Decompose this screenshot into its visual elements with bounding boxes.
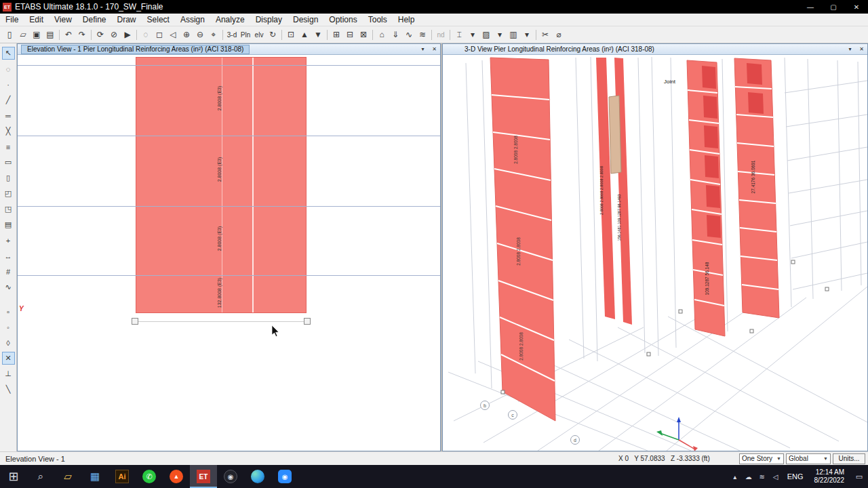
previous-zoom-icon[interactable]: ◁ — [166, 28, 180, 41]
toolbar-icon[interactable] — [372, 30, 373, 40]
quick-draw-frame-icon[interactable]: ═ — [2, 109, 15, 122]
area-section-dropdown-icon[interactable]: ▾ — [493, 28, 507, 41]
snap-to-midpoints-icon[interactable]: ◊ — [2, 336, 15, 349]
section-cut-icon[interactable]: ✂ — [538, 28, 552, 41]
onedrive-icon[interactable]: ☁ — [742, 465, 755, 488]
snap-to-perpendicular-icon[interactable]: ⊥ — [2, 367, 15, 380]
menu-help[interactable]: Help — [393, 14, 420, 26]
menu-tools[interactable]: Tools — [363, 14, 393, 26]
rotate-3d-view-icon[interactable]: ↻ — [266, 28, 279, 41]
draw-dimension-icon[interactable]: ↔ — [2, 249, 15, 262]
coordinate-system-selector[interactable]: Global ▼ — [786, 453, 831, 464]
toolbar-icon[interactable] — [222, 30, 223, 40]
draw-rect-floor-icon[interactable]: ▤ — [2, 218, 15, 231]
select-poly-icon[interactable]: ◌ — [2, 62, 15, 75]
menu-analyze[interactable]: Analyze — [210, 14, 250, 26]
draw-tool-icon[interactable] — [2, 296, 15, 302]
support-joint-marker[interactable] — [304, 318, 311, 325]
undo-icon[interactable]: ↶ — [62, 28, 75, 41]
pan-icon[interactable]: ⌖ — [207, 28, 220, 41]
new-model-icon[interactable]: ▯ — [3, 28, 16, 41]
snap-to-intersections-icon[interactable]: ✕ — [2, 352, 15, 365]
open-file-icon[interactable]: ▱ — [16, 28, 30, 41]
photos-button[interactable]: ▦ — [81, 465, 108, 488]
menu-assign[interactable]: Assign — [175, 14, 210, 26]
elevation-view-canvas[interactable]: 2.8008 (E3) 2.8008 (E3) 2.8008 (E3) 132.… — [18, 55, 440, 451]
toolbar-icon[interactable] — [91, 30, 92, 40]
toolbar-icon[interactable] — [450, 30, 450, 40]
menu-design[interactable]: Design — [288, 14, 323, 26]
down-one-story-icon[interactable]: ▼ — [311, 28, 325, 41]
close-icon[interactable]: ✕ — [856, 45, 867, 54]
draw-grid-icon[interactable]: # — [2, 265, 15, 278]
refresh-window-icon[interactable]: ⟳ — [94, 28, 107, 41]
units-button[interactable]: Units... — [833, 453, 865, 464]
menu-draw[interactable]: Draw — [112, 14, 142, 26]
support-joint-marker[interactable] — [132, 318, 138, 325]
restore-full-view-icon[interactable]: ◻ — [153, 28, 166, 41]
volume-icon[interactable]: ◁ — [769, 465, 783, 488]
object-shrink-icon[interactable]: ⊡ — [284, 28, 298, 41]
up-one-story-icon[interactable]: ▲ — [298, 28, 311, 41]
toolbar-icon[interactable] — [327, 30, 328, 40]
three-d-view-canvas[interactable]: 2.8008 2.8008 2.8008 2.8008 2.8008 2.800… — [443, 55, 867, 451]
draw-frame-icon[interactable]: ╱ — [2, 94, 15, 106]
tray-expand-icon[interactable]: ▴ — [728, 465, 742, 488]
language-indicator[interactable]: ENG — [783, 472, 808, 481]
edge-button[interactable] — [244, 465, 271, 488]
quick-draw-braces-icon[interactable]: ╳ — [2, 125, 15, 138]
menu-define[interactable]: Define — [77, 14, 112, 26]
menu-view[interactable]: View — [49, 14, 77, 26]
measure-icon[interactable]: ⌀ — [552, 28, 566, 41]
menu-options[interactable]: Options — [323, 14, 362, 26]
snap-to-joints-icon[interactable]: ◦ — [2, 321, 15, 333]
frame-section-dropdown-icon[interactable]: ▾ — [466, 28, 479, 41]
file-explorer-button[interactable]: ▱ — [54, 465, 81, 488]
etabs-button[interactable]: ET — [190, 465, 217, 488]
start-button[interactable]: ⊞ — [0, 465, 27, 488]
snap-to-lines-icon[interactable]: ╲ — [2, 383, 15, 396]
menu-select[interactable]: Select — [142, 14, 175, 26]
toolbar-icon[interactable] — [536, 30, 536, 40]
zoom-out-icon[interactable]: ⊖ — [193, 28, 207, 41]
draw-reference-point-icon[interactable]: + — [2, 234, 15, 247]
quick-draw-floor-icon[interactable]: ◰ — [2, 187, 15, 200]
close-button[interactable]: ✕ — [845, 0, 868, 14]
draw-floor-icon[interactable]: ▭ — [2, 156, 15, 169]
camera-button[interactable]: ◉ — [271, 465, 298, 488]
toolbar-icon[interactable] — [59, 30, 60, 40]
redo-icon[interactable]: ↷ — [75, 28, 89, 41]
story-selector[interactable]: One Story ▼ — [739, 453, 784, 464]
wall-section-dropdown-icon[interactable]: ▾ — [520, 28, 534, 41]
grid-visibility-icon[interactable]: ⊟ — [343, 28, 357, 41]
show-undeformed-icon[interactable]: ⌂ — [375, 28, 389, 41]
whatsapp-button[interactable]: ✆ — [136, 465, 163, 488]
print-icon[interactable]: ▤ — [43, 28, 57, 41]
area-section-icon[interactable]: ▨ — [479, 28, 493, 41]
chevron-down-icon[interactable]: ▾ — [844, 45, 856, 54]
menu-edit[interactable]: Edit — [24, 14, 49, 26]
rubber-band-zoom-icon[interactable]: ◌ — [139, 28, 153, 41]
select-arrow-icon[interactable]: ↖ — [2, 47, 15, 60]
node-label-toggle[interactable]: nd — [434, 28, 448, 41]
view-elevation-button[interactable]: elv — [252, 28, 266, 41]
search-button[interactable]: ⌕ — [27, 465, 54, 488]
quick-draw-secondary-beams-icon[interactable]: ≡ — [2, 140, 15, 153]
toolbar-icon[interactable] — [136, 30, 137, 40]
toolbar-icon[interactable] — [431, 30, 432, 40]
save-model-icon[interactable]: ▣ — [30, 28, 43, 41]
menu-display[interactable]: Display — [250, 14, 288, 26]
action-center-icon[interactable]: ▭ — [850, 465, 868, 488]
show-loads-icon[interactable]: ⇓ — [389, 28, 402, 41]
view-plan-button[interactable]: Pln — [239, 28, 252, 41]
network-icon[interactable]: ≋ — [755, 465, 769, 488]
maximize-button[interactable]: ▢ — [822, 0, 845, 14]
object-visibility-icon[interactable]: ⊠ — [357, 28, 370, 41]
pier-walls-3d[interactable] — [490, 58, 779, 421]
quick-draw-wall-icon[interactable]: ◳ — [2, 203, 15, 216]
draw-link-icon[interactable]: ∿ — [2, 281, 15, 293]
elevation-window-titlebar[interactable]: Elevation View - 1 Pier Longitudinal Rei… — [18, 44, 440, 55]
frame-section-icon[interactable]: ⌶ — [452, 28, 466, 41]
show-forces-icon[interactable]: ≋ — [416, 28, 429, 41]
chevron-down-icon[interactable]: ▾ — [417, 45, 429, 54]
